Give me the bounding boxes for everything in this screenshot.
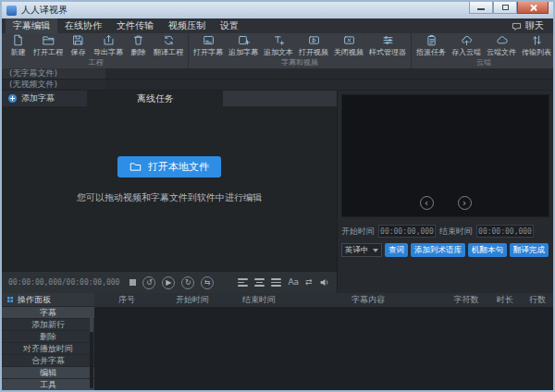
- save-button[interactable]: 保存: [66, 33, 91, 58]
- open-subtitle-button[interactable]: 打开字幕: [191, 33, 226, 58]
- menu-settings[interactable]: 设置: [213, 18, 246, 33]
- ops-section-tools[interactable]: 工具: [2, 379, 94, 390]
- translate-done-button[interactable]: 翻译完成: [510, 243, 549, 257]
- style-manager-button[interactable]: 样式管理器: [366, 33, 409, 58]
- language-direction-select[interactable]: 英译中: [341, 243, 382, 257]
- cloud-files-icon: [496, 34, 508, 46]
- cloud-files-button[interactable]: 云端文件: [484, 33, 519, 58]
- ops-merge-subtitle[interactable]: 合并字幕: [2, 355, 94, 366]
- volume-button[interactable]: [319, 276, 331, 288]
- open-video-icon: [308, 34, 320, 46]
- open-project-icon: [43, 34, 55, 46]
- col-start-time[interactable]: 开始时间: [159, 294, 226, 306]
- transfer-list-button[interactable]: 传输列表: [519, 33, 554, 58]
- ops-section-subtitle[interactable]: 字幕: [2, 307, 94, 318]
- col-char-count[interactable]: 字符数: [444, 294, 488, 306]
- left-stack: 添加字幕 离线任务 打开本地文件 您可以拖动视频和字幕文件到软件中进行编辑 00…: [2, 91, 338, 293]
- file-tabs: (无字幕文件) (无视频文件): [2, 68, 553, 91]
- col-duration[interactable]: 时长: [488, 294, 522, 306]
- tab-no-subtitle-file[interactable]: (无字幕文件): [2, 68, 105, 79]
- ops-scrollbar[interactable]: [90, 308, 93, 388]
- next-segment-button[interactable]: ›: [458, 196, 472, 210]
- delete-button[interactable]: 删除: [126, 33, 151, 58]
- subtitle-table-header: 序号 开始时间 结束时间 字幕内容 字符数 时长 行数: [94, 293, 553, 307]
- menu-online-collab[interactable]: 在线协作: [57, 18, 109, 33]
- close-video-button[interactable]: 关闭视频: [331, 33, 366, 58]
- minimize-icon: [477, 8, 485, 10]
- add-circle-icon: [8, 94, 17, 103]
- video-tab-row: (无视频文件): [2, 80, 553, 91]
- assign-task-button[interactable]: 指派任务: [413, 33, 449, 58]
- close-icon: [529, 4, 537, 12]
- open-project-button[interactable]: 打开工程: [31, 33, 66, 58]
- drop-zone[interactable]: 打开本地文件 您可以拖动视频和字幕文件到软件中进行编辑: [2, 106, 337, 270]
- drop-hint-text: 您可以拖动视频和字幕文件到软件中进行编辑: [77, 191, 262, 204]
- end-time-input[interactable]: 00:00:00,000: [476, 225, 534, 238]
- append-text-button[interactable]: 追加文本: [261, 33, 296, 58]
- loop-button[interactable]: ⇆: [201, 276, 214, 289]
- col-subtitle-content[interactable]: 字幕内容: [292, 294, 444, 306]
- close-video-icon: [343, 34, 355, 46]
- new-project-button[interactable]: 新建: [6, 33, 31, 58]
- line-list-button[interactable]: [271, 278, 281, 287]
- play-button[interactable]: ▶: [162, 276, 175, 289]
- save-icon: [72, 34, 84, 46]
- delete-icon: [132, 34, 144, 46]
- transfer-list-icon: [531, 34, 543, 46]
- menu-video-encode[interactable]: 视频压制: [161, 18, 213, 33]
- end-time-label: 结束时间: [439, 226, 473, 238]
- add-term-button[interactable]: 添加到术语库: [411, 243, 465, 257]
- menu-subtitle-edit[interactable]: 字幕编辑: [6, 18, 57, 33]
- append-subtitle-button[interactable]: 追加字幕: [226, 33, 261, 58]
- close-button[interactable]: [517, 2, 549, 14]
- playback-bar: 00:00:00,000/00:00:00,000 ↺ ▶ ↻ ⇆ Aa ⇄: [2, 270, 337, 293]
- bottom-area: 操作面板 字幕 添加新行 删除 对齐播放时间 合并字幕 编辑 工具 序号 开始时…: [2, 293, 553, 390]
- font-style-button[interactable]: Aa: [288, 278, 299, 287]
- ops-align-playtime[interactable]: 对齐播放时间: [2, 343, 94, 354]
- main-area: 添加字幕 离线任务 打开本地文件 您可以拖动视频和字幕文件到软件中进行编辑 00…: [2, 91, 553, 293]
- open-subtitle-icon: [203, 34, 215, 46]
- chat-label: 聊天: [525, 19, 544, 32]
- maximize-button[interactable]: [493, 2, 517, 14]
- export-subtitle-icon: [103, 34, 115, 46]
- align-left-button[interactable]: [238, 278, 248, 287]
- segment-nav: ‹ ›: [342, 196, 549, 210]
- open-video-button[interactable]: 打开视频: [296, 33, 331, 58]
- window-controls: [469, 2, 549, 14]
- forward-button[interactable]: ↻: [181, 276, 194, 289]
- start-time-input[interactable]: 00:00:00,000: [378, 225, 436, 238]
- add-subtitle-button[interactable]: 添加字幕: [2, 91, 88, 106]
- tab-offline-task[interactable]: 离线任务: [88, 91, 223, 106]
- operation-panel: 操作面板 字幕 添加新行 删除 对齐播放时间 合并字幕 编辑 工具: [2, 293, 94, 390]
- machine-translate-button[interactable]: 机翻本句: [468, 243, 507, 257]
- ops-add-row[interactable]: 添加新行: [2, 319, 94, 330]
- start-time-label: 开始时间: [341, 226, 375, 238]
- lookup-word-button[interactable]: 查词: [385, 243, 408, 257]
- replay-button[interactable]: ↺: [142, 276, 155, 289]
- cloud-upload-button[interactable]: 存入云端: [449, 33, 484, 58]
- ops-delete[interactable]: 删除: [2, 331, 94, 342]
- style-manager-icon: [382, 34, 394, 46]
- subtitle-table-body[interactable]: [94, 307, 553, 390]
- titlebar: 人人译视界: [2, 2, 553, 18]
- col-line-count[interactable]: 行数: [522, 294, 553, 306]
- ops-section-edit[interactable]: 编辑: [2, 367, 94, 378]
- stop-button[interactable]: [130, 279, 136, 286]
- chat-button[interactable]: 聊天: [512, 19, 549, 32]
- menu-file-transfer[interactable]: 文件传输: [109, 18, 161, 33]
- swap-lines-button[interactable]: ⇄: [305, 278, 313, 287]
- ops-scrollbar-thumb[interactable]: [90, 308, 93, 332]
- chat-bubble-icon: [512, 21, 522, 31]
- assign-task-icon: [426, 34, 438, 46]
- export-subtitle-button[interactable]: 导出字幕: [91, 33, 126, 58]
- translate-project-button[interactable]: 翻译工程: [151, 33, 186, 58]
- prev-segment-button[interactable]: ‹: [420, 196, 434, 210]
- col-index[interactable]: 序号: [94, 294, 159, 306]
- align-center-button[interactable]: [254, 278, 265, 287]
- toolbar-group-subtitle-video: 打开字幕 追加字幕 追加文本 打开视频 关闭视频: [189, 33, 412, 68]
- playback-time: 00:00:00,000/00:00:00,000: [8, 278, 119, 287]
- col-end-time[interactable]: 结束时间: [226, 294, 292, 306]
- minimize-button[interactable]: [469, 2, 493, 14]
- tab-no-video-file[interactable]: (无视频文件): [2, 80, 105, 90]
- open-local-file-button[interactable]: 打开本地文件: [117, 156, 221, 178]
